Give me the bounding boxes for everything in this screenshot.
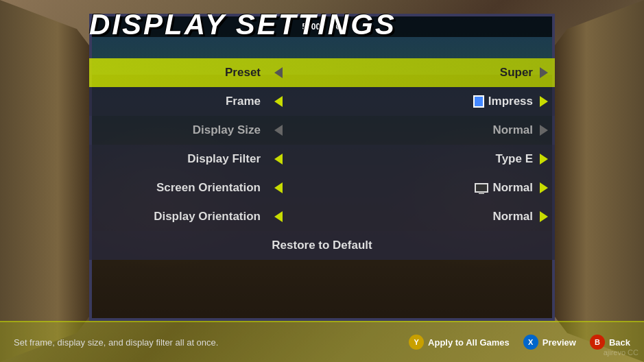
preset-row[interactable]: Preset Super (89, 58, 555, 87)
screen-orientation-arrow-left[interactable] (274, 182, 283, 193)
display-orientation-label: Display Orientation (96, 210, 274, 224)
frame-icon (473, 95, 484, 108)
bottom-hint: Set frame, display size, and display fil… (14, 337, 218, 348)
apply-all-control[interactable]: Y Apply to All Games (409, 335, 510, 350)
display-filter-arrow-left[interactable] (274, 154, 283, 165)
preview-control[interactable]: X Preview (523, 335, 576, 350)
back-control[interactable]: B Back (590, 335, 630, 350)
frame-value: Impress (283, 95, 540, 108)
display-size-arrow-right (540, 125, 548, 136)
preset-label: Preset (96, 66, 274, 80)
frame-row[interactable]: Frame Impress (89, 87, 555, 116)
display-filter-row[interactable]: Display Filter Type E (89, 145, 555, 173)
display-orientation-row[interactable]: Display Orientation Normal (89, 202, 555, 231)
watermark: ajirevo CC (604, 348, 639, 357)
page-title: DISPLAY SETTINGS (89, 8, 396, 41)
frame-arrow-right[interactable] (540, 96, 548, 107)
screen-orientation-icon (475, 183, 488, 193)
preview-label: Preview (542, 337, 576, 348)
display-size-label: Display Size (96, 123, 274, 137)
display-filter-value: Type E (283, 152, 540, 166)
display-size-value: Normal (283, 123, 540, 137)
screen-orientation-value: Normal (283, 181, 540, 195)
back-label: Back (609, 337, 630, 348)
frame-label: Frame (96, 95, 274, 108)
settings-menu: Preset Super Frame Impress Display Size … (89, 58, 555, 321)
restore-label: Restore to Default (272, 239, 372, 252)
display-orientation-arrow-right[interactable] (540, 211, 548, 222)
preset-arrow-left[interactable] (274, 67, 283, 78)
apply-all-label: Apply to All Games (428, 337, 510, 348)
display-orientation-arrow-left[interactable] (274, 211, 283, 222)
cabinet-left-panel (0, 0, 96, 362)
frame-arrow-left[interactable] (274, 96, 283, 107)
y-button[interactable]: Y (409, 335, 424, 350)
x-button[interactable]: X (523, 335, 538, 350)
display-filter-arrow-right[interactable] (540, 154, 548, 165)
bottom-bar: Set frame, display size, and display fil… (0, 321, 644, 362)
display-filter-label: Display Filter (96, 152, 274, 166)
b-button[interactable]: B (590, 335, 605, 350)
cabinet-right-panel (548, 0, 644, 362)
bottom-controls: Y Apply to All Games X Preview B Back (409, 335, 630, 350)
display-size-arrow-left (274, 125, 283, 136)
restore-row[interactable]: Restore to Default (89, 231, 555, 260)
preset-value: Super (283, 66, 540, 80)
preset-arrow-right[interactable] (540, 67, 548, 78)
screen-orientation-row[interactable]: Screen Orientation Normal (89, 173, 555, 202)
display-size-row: Display Size Normal (89, 116, 555, 145)
screen-orientation-arrow-right[interactable] (540, 182, 548, 193)
screen-orientation-label: Screen Orientation (96, 181, 274, 195)
display-orientation-value: Normal (283, 210, 540, 224)
